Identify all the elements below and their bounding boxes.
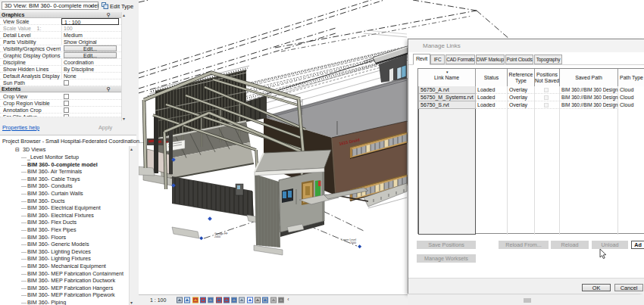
svg-text:2000: 2000 bbox=[350, 241, 356, 244]
svg-text:2400: 2400 bbox=[214, 235, 220, 238]
